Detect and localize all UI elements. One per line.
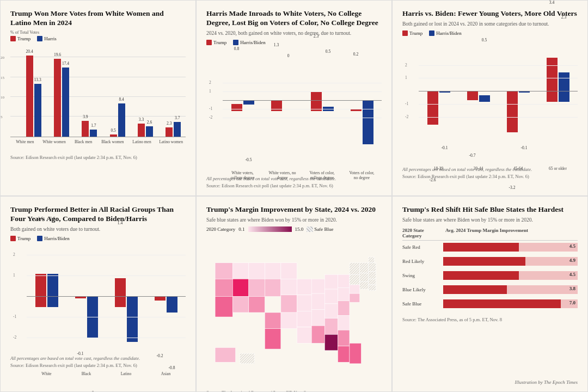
panel6-subtitle: Safe blue states are where Biden won by … (402, 217, 578, 223)
panel4-source: Source: Edison Research exit poll (last … (10, 363, 186, 369)
panel5-subtitle: Safe blue states are where Biden won by … (206, 217, 382, 223)
panel2-title: Harris Made Inroads to White Voters, No … (206, 9, 382, 28)
state-id (232, 263, 249, 279)
state-mt (249, 263, 265, 279)
panel3-subtitle: Both gained or lost in 2024 vs. 2020 in … (402, 21, 578, 27)
panel3-chart: -2-112-2.6-0.118-29-0.70.530-44-3.2-0.14… (402, 39, 578, 164)
panel2-subtitle: 2024 vs. 2020, both gained on white vote… (206, 30, 382, 36)
table-row: Swing4.5 (402, 271, 578, 280)
state-al (324, 334, 338, 351)
state-ma (360, 273, 369, 282)
state-ct (369, 263, 376, 272)
state-ak (215, 348, 236, 363)
panel1-source: Source: Edison Research exit poll (last … (10, 155, 186, 161)
panel6-table: 2020 State Category Avg. 2024 Trump Marg… (402, 228, 578, 308)
panel-harris-inroads: Harris Made Inroads to White Voters, No … (196, 0, 392, 196)
panel4-legend: Trump Harris/Biden (10, 236, 186, 241)
state-mo (297, 311, 311, 328)
state-va (338, 301, 350, 316)
panel-racial-groups: Trump Performed Better in All Racial Gro… (0, 196, 196, 392)
state-wi (311, 279, 324, 294)
panel3-source: Source: Edison Research exit poll (last … (402, 174, 578, 180)
state-hi (240, 353, 255, 364)
state-ca (215, 297, 232, 317)
state-wy (265, 263, 281, 279)
state-fl (350, 344, 361, 364)
panel4-subtitle: Both gained on white voters due to turno… (10, 226, 186, 232)
safe-blue-legend: Safe Blue (307, 226, 333, 232)
map-svg (206, 236, 382, 389)
legend-harris-3: Harris/Biden (429, 30, 462, 36)
state-in (324, 289, 338, 304)
state-sd (281, 279, 297, 296)
trump-color-dot (10, 36, 16, 41)
state-ar (311, 310, 324, 326)
state-nj (369, 272, 376, 279)
scale-max: 15.0 (295, 226, 304, 232)
trump-label: Trump (17, 36, 30, 41)
col1-header: 2020 State Category (402, 228, 443, 238)
state-wv (338, 288, 350, 301)
harris-label-2: Harris/Biden (240, 40, 266, 45)
scale-min: 0.1 (238, 226, 244, 232)
state-ky (324, 304, 338, 318)
table-header: 2020 State Category Avg. 2024 Trump Marg… (402, 228, 578, 241)
panel3-legend: Trump Harris/Biden (402, 30, 578, 36)
state-md (350, 274, 360, 285)
panel1-title: Trump Won More Votes from White Women an… (10, 9, 186, 28)
legend-trump-2: Trump (206, 40, 226, 45)
panel-harris-biden-age: Harris vs. Biden: Fewer Young Voters, Mo… (392, 0, 588, 196)
color-scale (248, 226, 292, 232)
state-nm (249, 297, 265, 313)
panel-map: Trump's Margin Improvement by State, 202… (196, 196, 392, 392)
legend-trump-3: Trump (402, 30, 422, 36)
panel4-chart: -2-1121.61.6White-0.1-2Black1.4-2.2Latin… (10, 244, 186, 353)
col2-header: Avg. 2024 Trump Margin Improvement (443, 228, 578, 238)
state-pa (350, 263, 360, 274)
state-ri (360, 282, 369, 289)
state-de (369, 279, 376, 285)
state-ok (265, 313, 281, 329)
state-az (232, 297, 249, 313)
panel2-source: Source: Edison Research exit poll (last … (206, 183, 382, 189)
panel5-source: Source: The Associated Press, as of 5 p.… (206, 390, 382, 392)
state-nv (232, 279, 249, 297)
state-or (215, 279, 232, 297)
panel5-title: Trump's Margin Improvement by State, 202… (206, 205, 382, 215)
state-la (311, 326, 324, 343)
state-vt (369, 257, 375, 263)
state-ne (281, 295, 297, 313)
state-sc (338, 330, 350, 346)
state-mn (297, 279, 311, 296)
table-row: Safe Blue7.0 (402, 299, 578, 308)
harris-color-dot (37, 36, 42, 41)
panel-red-shift: Trump's Red Shift Hit Safe Blue States t… (392, 196, 588, 392)
panel2-legend: Trump Harris/Biden (206, 40, 382, 45)
state-fl-bot (350, 293, 360, 302)
state-tn (324, 318, 338, 335)
table-row: Blue Likely3.8 (402, 285, 578, 294)
legend-harris-4: Harris/Biden (37, 236, 70, 241)
footer-credit: Illustration by The Epoch Times (515, 379, 578, 385)
panel4-title: Trump Performed Better in All Racial Gro… (10, 205, 186, 224)
panel-white-women-latino: Trump Won More Votes from White Women an… (0, 0, 196, 196)
state-nh (369, 285, 376, 291)
state-ia (297, 295, 311, 311)
state-tx (265, 329, 281, 350)
table-row: Red Likely4.9 (402, 257, 578, 266)
panel6-source: Source: The Associated Press, as of 5 p.… (402, 317, 578, 323)
panel2-chart: -2-1120.8-0.5White voters, college degre… (206, 48, 382, 174)
state-wa (215, 263, 232, 279)
table-rows: Safe Red4.5Red Likely4.9Swing4.5Blue Lik… (402, 243, 578, 308)
state-mi (324, 274, 338, 289)
state-ut (249, 279, 265, 297)
state-ms (297, 327, 311, 344)
panel1-bars: 510152020.413.319.617.43.91.70.58.43.32.… (10, 45, 186, 137)
harris-label: Harris (44, 36, 57, 41)
state-oh (338, 274, 350, 287)
panel3-title: Harris vs. Biden: Fewer Young Voters, Mo… (402, 9, 578, 19)
legend-trump-4: Trump (10, 236, 30, 241)
panel1-chart: 510152020.413.319.617.43.91.70.58.43.32.… (10, 45, 186, 154)
trump-label-2: Trump (213, 40, 226, 45)
panel5-legend: 2020 Category 0.1 15.0 Safe Blue (206, 226, 382, 232)
